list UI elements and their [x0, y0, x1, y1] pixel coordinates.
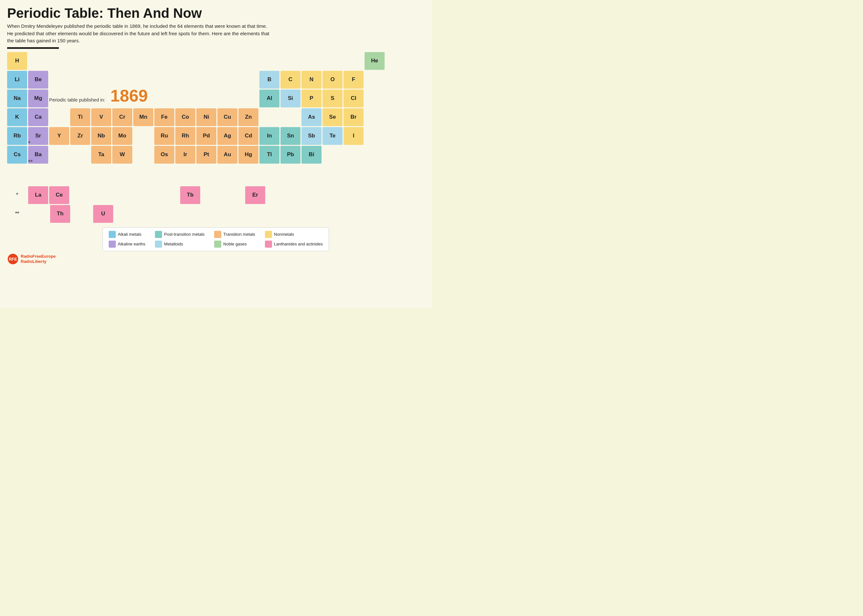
cell-r7-c9 — [175, 165, 195, 182]
element-Cu: Cu — [217, 108, 237, 126]
cell-r4-c13 — [259, 108, 280, 126]
element-S: S — [322, 90, 343, 107]
element-Ce: Ce — [49, 186, 69, 204]
legend-swatch — [155, 240, 162, 248]
cell-r3-c6 — [112, 90, 132, 107]
legend-swatch — [109, 240, 116, 248]
cell-r2-c5 — [91, 71, 111, 89]
element-Ta: Ta — [91, 146, 111, 163]
cell-r7-c10 — [196, 165, 216, 182]
element-Ca: Ca — [28, 108, 48, 126]
lanthanide-section: * La Ce Tb Er ** Th U — [7, 186, 424, 223]
cell-r1-c11 — [217, 52, 237, 70]
cell-r1-c4 — [70, 52, 90, 70]
cell-r3-c4 — [70, 90, 90, 107]
element-Br: Br — [344, 108, 363, 126]
cell-r3-c5 — [91, 90, 111, 107]
cell-r2-c12 — [238, 71, 258, 89]
cell-r7-c12 — [238, 165, 258, 182]
cell-r1-c16 — [322, 52, 343, 70]
element-Mn: Mn — [133, 108, 153, 126]
element-Nb: Nb — [91, 127, 111, 145]
page-wrapper: Periodic Table: Then And Now When Dmitry… — [0, 0, 432, 308]
element-Tl: Tl — [259, 146, 280, 163]
element-Sn: Sn — [280, 127, 300, 145]
cell-r6-c17 — [344, 146, 363, 163]
cell-r1-c2 — [28, 52, 48, 70]
cell-r6-c4 — [70, 146, 90, 163]
page-title: Periodic Table: Then And Now — [7, 6, 424, 21]
legend: Alkali metalsPost-transition metalsTrans… — [102, 227, 329, 251]
element-Rh: Rh — [175, 127, 195, 145]
element-Tb: Tb — [180, 186, 200, 204]
periodic-table-grid: HHeLiBeBCNOFNaMgAlSiPSClKCaTiVCrMnFeCoNi… — [7, 52, 424, 182]
legend-label: Post-transition metals — [164, 232, 204, 237]
cell-r7-c13 — [259, 165, 280, 182]
cell-r1-c10 — [196, 52, 216, 70]
element-N: N — [302, 71, 322, 89]
element-Ni: Ni — [196, 108, 216, 126]
asterisk-row1: * — [28, 140, 30, 147]
cell-r3-c9 — [175, 90, 195, 107]
cell-r1-c13 — [259, 52, 280, 70]
element-C: C — [280, 71, 300, 89]
cell-r4-c3 — [49, 108, 69, 126]
element-Zn: Zn — [238, 108, 258, 126]
element-U: U — [93, 205, 113, 223]
legend-label: Transition metals — [223, 232, 255, 237]
element-Pb: Pb — [280, 146, 300, 163]
element-Al: Al — [259, 90, 280, 107]
legend-label: Alkaline earths — [118, 242, 145, 247]
element-Cd: Cd — [238, 127, 258, 145]
element-Li: Li — [7, 71, 27, 89]
cell-r5-c18 — [365, 127, 385, 145]
legend-swatch — [265, 240, 272, 248]
cell-r1-c3 — [49, 52, 69, 70]
element-He: He — [365, 52, 385, 70]
legend-swatch — [214, 231, 221, 238]
cell-r7-c8 — [154, 165, 174, 182]
cell-r1-c9 — [175, 52, 195, 70]
periodic-table-wrapper: HHeLiBeBCNOFNaMgAlSiPSClKCaTiVCrMnFeCoNi… — [7, 52, 424, 182]
element-Fe: Fe — [154, 108, 174, 126]
cell-r2-c6 — [112, 71, 132, 89]
legend-item-alkali-metals: Alkali metals — [109, 231, 145, 238]
cell-r1-c6 — [112, 52, 132, 70]
cell-r7-c7 — [133, 165, 153, 182]
element-Pd: Pd — [196, 127, 216, 145]
element-Se: Se — [322, 108, 343, 126]
cell-r7-c11 — [217, 165, 237, 182]
element-Mg: Mg — [28, 90, 48, 107]
cell-r2-c9 — [175, 71, 195, 89]
cell-r1-c8 — [154, 52, 174, 70]
cell-r7-c14 — [280, 165, 300, 182]
element-K: K — [7, 108, 27, 126]
cell-r6-c7 — [133, 146, 153, 163]
element-Be: Be — [28, 71, 48, 89]
element-V: V — [91, 108, 111, 126]
element-Sb: Sb — [302, 127, 322, 145]
legend-item-noble-gases: Noble gases — [214, 240, 255, 248]
asterisk-row2: ** — [28, 159, 33, 165]
cell-r1-c15 — [302, 52, 322, 70]
element-O: O — [322, 71, 343, 89]
subtitle: When Dmitry Mendeleyev published the per… — [7, 23, 272, 45]
cell-r2-c3 — [49, 71, 69, 89]
cell-r1-c12 — [238, 52, 258, 70]
divider — [7, 47, 59, 49]
cell-r7-c17 — [344, 165, 363, 182]
element-Th: Th — [50, 205, 70, 223]
element-B: B — [259, 71, 280, 89]
element-Au: Au — [217, 146, 237, 163]
cell-r4-c14 — [280, 108, 300, 126]
cell-r1-c7 — [133, 52, 153, 70]
cell-r3-c7 — [133, 90, 153, 107]
cell-r3-c11 — [217, 90, 237, 107]
cell-r7-c4 — [70, 165, 90, 182]
cell-r7-c16 — [322, 165, 343, 182]
legend-label: Lanthanides and actinides — [274, 242, 323, 247]
legend-item-alkaline-earths: Alkaline earths — [109, 240, 145, 248]
legend-label: Alkali metals — [118, 232, 141, 237]
element-Zr: Zr — [70, 127, 90, 145]
element-Te: Te — [322, 127, 343, 145]
